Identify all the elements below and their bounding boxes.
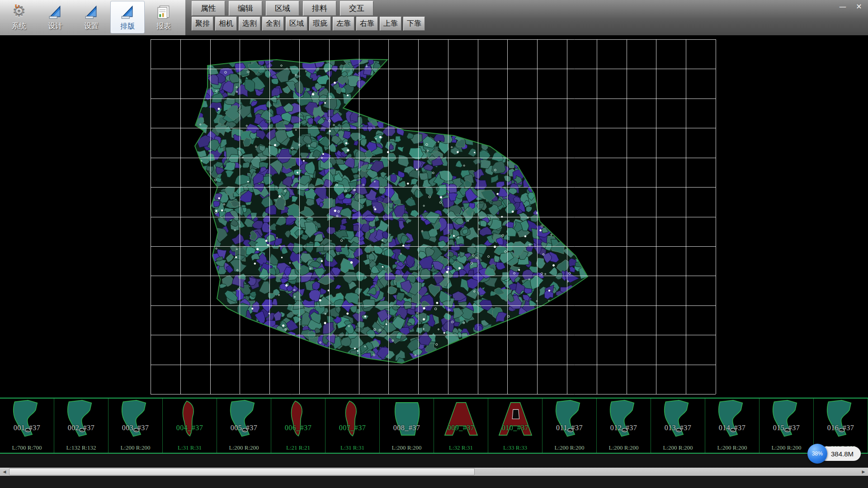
part-cell-002_#37[interactable]: 002_#37L:132 R:132: [54, 399, 108, 453]
menu-tab-4[interactable]: 交互: [340, 1, 373, 16]
part-meta: L:31 R:31: [163, 444, 217, 451]
minimize-button[interactable]: —: [836, 1, 849, 11]
tool-button-0[interactable]: 聚排: [192, 17, 213, 31]
tool-button-1[interactable]: 相机: [215, 17, 237, 31]
tool-button-7[interactable]: 右靠: [356, 17, 378, 31]
menu-tab-1[interactable]: 编辑: [229, 1, 262, 16]
part-name: 005_#37: [217, 424, 271, 432]
tool-button-5[interactable]: 瑕疵: [309, 17, 331, 31]
part-shape: [764, 399, 809, 438]
part-name: 012_#37: [597, 424, 651, 432]
part-cell-012_#37[interactable]: 012_#37L:200 R:200: [597, 399, 651, 453]
app-button-system[interactable]: ⚙↻系统: [2, 1, 36, 33]
progress-indicator: 38%: [807, 444, 827, 464]
part-cell-003_#37[interactable]: 003_#37L:200 R:200: [108, 399, 163, 453]
horizontal-scrollbar[interactable]: ◀ ▶: [0, 468, 868, 476]
part-meta: L:200 R:200: [760, 444, 813, 451]
part-cell-010_#37[interactable]: 010_#37L:33 R:33: [488, 399, 542, 453]
part-cell-001_#37[interactable]: 001_#37L:700 R:700: [0, 399, 54, 453]
report-icon: [156, 3, 171, 21]
part-shape: [276, 399, 321, 438]
status-badge: 38% 384.8M: [807, 444, 861, 464]
tool-button-2[interactable]: 选割: [239, 17, 260, 31]
app-button-label: 排版: [120, 21, 135, 31]
part-cell-004_#37[interactable]: 004_#37L:31 R:31: [163, 399, 217, 453]
part-meta: L:132 R:132: [54, 444, 108, 451]
part-name: 004_#37: [163, 424, 217, 432]
part-name: 013_#37: [651, 424, 705, 432]
part-meta: L:200 R:200: [542, 444, 596, 451]
part-meta: L:31 R:31: [326, 444, 379, 451]
part-name: 009_#37: [434, 424, 488, 432]
part-shape: [384, 399, 429, 438]
part-meta: L:200 R:200: [380, 444, 434, 451]
part-meta: L:200 R:200: [108, 444, 162, 451]
app-button-label: 报表: [156, 21, 171, 31]
part-meta: L:200 R:200: [597, 444, 651, 451]
part-shape: [222, 399, 267, 438]
part-cell-009_#37[interactable]: 009_#37L:32 R:31: [434, 399, 488, 453]
menu-tab-2[interactable]: 区域: [266, 1, 299, 16]
app-switcher: ⚙↻系统设计设置排版报表: [0, 0, 185, 35]
app-button-layout[interactable]: 排版: [110, 1, 145, 33]
part-name: 008_#37: [380, 424, 434, 432]
part-cell-013_#37[interactable]: 013_#37L:200 R:200: [651, 399, 705, 453]
bottom-gap: [0, 454, 868, 468]
part-name: 003_#37: [108, 424, 162, 432]
part-meta: L:200 R:200: [651, 444, 705, 451]
app-button-label: 系统: [12, 21, 26, 31]
part-meta: L:700 R:700: [0, 444, 54, 451]
part-shape: [493, 399, 538, 438]
close-button[interactable]: ✕: [853, 1, 865, 11]
part-shape: [601, 399, 646, 438]
app-window: ⚙↻系统设计设置排版报表 属性编辑区域排料交互 聚排相机选割全割区域瑕疵左靠右靠…: [0, 0, 868, 488]
scroll-right-arrow[interactable]: ▶: [859, 468, 868, 476]
scrollbar-thumb[interactable]: [9, 468, 475, 475]
part-cell-006_#37[interactable]: 006_#37L:21 R:21: [271, 399, 326, 453]
part-shape: [59, 399, 104, 438]
menu-tab-0[interactable]: 属性: [192, 1, 225, 16]
part-cell-005_#37[interactable]: 005_#37L:200 R:200: [217, 399, 271, 453]
tool-button-row: 聚排相机选割全割区域瑕疵左靠右靠上靠下靠: [192, 17, 427, 31]
part-shape: [547, 399, 592, 438]
part-name: 015_#37: [760, 424, 813, 432]
scroll-left-arrow[interactable]: ◀: [0, 468, 9, 476]
part-meta: L:200 R:200: [705, 444, 759, 451]
part-name: 011_#37: [542, 424, 596, 432]
part-name: 016_#37: [814, 424, 868, 432]
tool-button-8[interactable]: 上靠: [380, 17, 401, 31]
bottom-filler: [0, 476, 868, 488]
part-cell-011_#37[interactable]: 011_#37L:200 R:200: [542, 399, 597, 453]
part-cell-014_#37[interactable]: 014_#37L:200 R:200: [705, 399, 760, 453]
part-shape: [167, 399, 212, 438]
part-shape: [439, 399, 484, 438]
part-shape: [710, 399, 755, 438]
part-shape: [330, 399, 375, 438]
menu-tab-row: 属性编辑区域排料交互: [192, 1, 427, 16]
app-button-report[interactable]: 报表: [146, 1, 181, 33]
part-cell-015_#37[interactable]: 015_#37L:200 R:200: [760, 399, 814, 453]
part-name: 001_#37: [0, 424, 54, 432]
part-shape: [818, 399, 863, 438]
window-controls: — ✕: [836, 1, 865, 11]
part-meta: L:32 R:31: [434, 444, 488, 451]
tool-button-3[interactable]: 全割: [262, 17, 284, 31]
part-shape: [113, 399, 158, 438]
top-toolbar: ⚙↻系统设计设置排版报表 属性编辑区域排料交互 聚排相机选割全割区域瑕疵左靠右靠…: [0, 0, 868, 35]
part-name: 014_#37: [705, 424, 759, 432]
app-button-design[interactable]: 设计: [38, 1, 72, 33]
part-name: 010_#37: [488, 424, 542, 432]
tool-button-4[interactable]: 区域: [286, 17, 307, 31]
menu-tab-3[interactable]: 排料: [303, 1, 336, 16]
draft-triangle-icon: [84, 3, 99, 21]
part-cell-008_#37[interactable]: 008_#37L:200 R:200: [380, 399, 434, 453]
nesting-canvas[interactable]: [0, 35, 868, 398]
tool-button-6[interactable]: 左靠: [333, 17, 354, 31]
part-meta: L:33 R:33: [488, 444, 542, 451]
draft-triangle-icon: [120, 3, 135, 21]
tool-button-9[interactable]: 下靠: [403, 17, 425, 31]
part-meta: L:21 R:21: [271, 444, 325, 451]
part-cell-007_#37[interactable]: 007_#37L:31 R:31: [326, 399, 380, 453]
part-name: 007_#37: [326, 424, 379, 432]
app-button-settings[interactable]: 设置: [74, 1, 108, 33]
